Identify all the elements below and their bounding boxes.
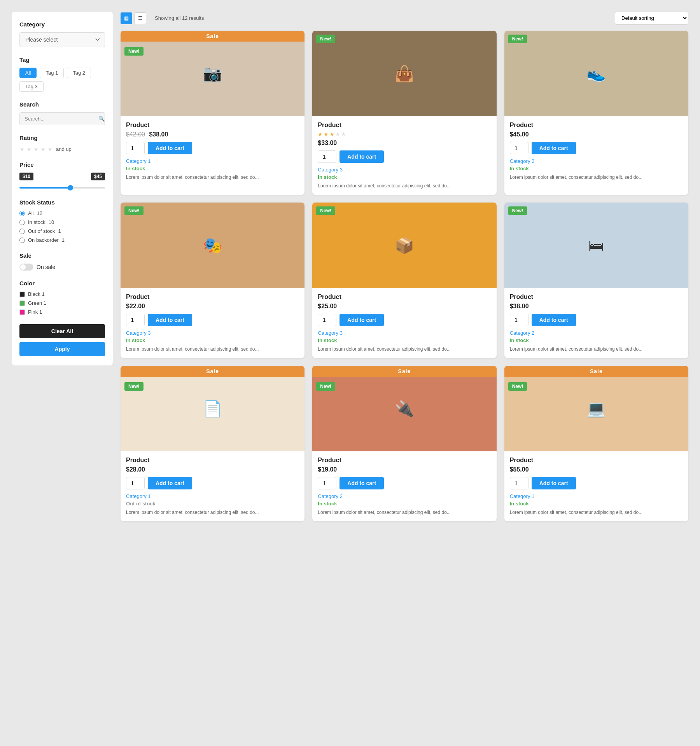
add-to-cart-button-2[interactable]: Add to cart (340, 150, 384, 163)
stock-instock-count: 10 (49, 219, 54, 225)
stock-all-option[interactable]: All 12 (19, 210, 105, 216)
product-category-4[interactable]: Category 3 (126, 330, 299, 336)
product-stock-6: In stock (510, 337, 683, 343)
product-stock-3: In stock (510, 166, 683, 171)
price-section: Price $10 $45 (19, 161, 105, 190)
category-section: Category Please select (19, 21, 105, 47)
product-desc-7: Lorem ipsum dolor sit amet, consectetur … (126, 509, 299, 516)
qty-input-2[interactable] (318, 150, 336, 163)
color-black-label: Black 1 (28, 291, 45, 297)
qty-input-8[interactable] (318, 477, 336, 489)
qty-input-6[interactable] (510, 314, 528, 326)
stock-backorder-count: 1 (62, 237, 65, 243)
stock-backorder-option[interactable]: On backorder 1 (19, 237, 105, 243)
clear-all-button[interactable]: Clear All (19, 324, 105, 338)
main-header: ▦ ☰ Showing all 12 results Default sorti… (121, 12, 688, 24)
add-to-cart-button-9[interactable]: Add to cart (532, 477, 576, 489)
qty-input-3[interactable] (510, 142, 528, 154)
qty-input-7[interactable] (126, 477, 145, 489)
product-price-1: $42.00 $38.00 (126, 131, 299, 138)
tag-all-button[interactable]: All (19, 68, 37, 78)
product-name-6: Product (510, 294, 683, 300)
apply-button[interactable]: Apply (19, 342, 105, 356)
stock-outofstock-radio[interactable] (19, 229, 25, 234)
stock-all-label: All (28, 210, 33, 216)
price-range-slider[interactable] (19, 187, 105, 189)
add-to-cart-row-2: Add to cart (318, 150, 491, 163)
header-left: ▦ ☰ Showing all 12 results (121, 12, 204, 24)
qty-input-5[interactable] (318, 314, 336, 326)
grid-view-button[interactable]: ▦ (121, 12, 132, 24)
color-green-item[interactable]: Green 1 (19, 300, 105, 306)
results-count: Showing all 12 results (155, 15, 204, 21)
tag-1-button[interactable]: Tag 1 (40, 68, 64, 78)
product-category-3[interactable]: Category 2 (510, 158, 683, 164)
product-image-5: New! 📦 (312, 203, 496, 288)
product-image-1: Sale New! 📷 (121, 31, 304, 116)
stock-all-radio[interactable] (19, 211, 25, 216)
color-pink-item[interactable]: Pink 1 (19, 309, 105, 315)
rating-suffix: and up (56, 146, 72, 152)
product-name-4: Product (126, 294, 299, 300)
stock-instock-label: In stock (28, 219, 46, 225)
search-input[interactable] (20, 113, 94, 125)
product-category-2[interactable]: Category 3 (318, 167, 491, 173)
product-category-7[interactable]: Category 1 (126, 493, 299, 499)
tag-3-button[interactable]: Tag 3 (19, 81, 44, 92)
product-photo-7: 📄 (121, 366, 304, 451)
product-body-2: Product ★ ★ ★ ★ ★ $33.00 Add to cart Cat… (312, 116, 496, 195)
product-desc-8: Lorem ipsum dolor sit amet, consectetur … (318, 509, 491, 516)
product-price-7: $28.00 (126, 466, 299, 473)
category-select[interactable]: Please select (19, 32, 105, 47)
add-to-cart-button-1[interactable]: Add to cart (148, 142, 192, 154)
add-to-cart-button-5[interactable]: Add to cart (340, 314, 384, 326)
product-photo-6: 🛏 (504, 203, 688, 288)
product-category-9[interactable]: Category 1 (510, 493, 683, 499)
add-to-cart-button-4[interactable]: Add to cart (148, 314, 192, 326)
sale-toggle[interactable] (19, 264, 33, 271)
product-card-1: Sale New! 📷 Product $42.00 $38.00 Add to… (121, 31, 304, 195)
tag-2-button[interactable]: Tag 2 (67, 68, 91, 78)
product-price-2: $33.00 (318, 140, 491, 147)
product-category-6[interactable]: Category 2 (510, 330, 683, 336)
product-category-8[interactable]: Category 2 (318, 493, 491, 499)
add-to-cart-button-7[interactable]: Add to cart (148, 477, 192, 489)
product-image-3: New! 👟 (504, 31, 688, 116)
product-category-1[interactable]: Category 1 (126, 158, 299, 164)
grid-icon: ▦ (124, 15, 129, 21)
stock-outofstock-option[interactable]: Out of stock 1 (19, 228, 105, 234)
product-body-4: Product $22.00 Add to cart Category 3 In… (121, 288, 304, 358)
add-to-cart-button-6[interactable]: Add to cart (532, 314, 576, 326)
product-name-1: Product (126, 122, 299, 129)
qty-input-1[interactable] (126, 142, 145, 154)
product-grid: Sale New! 📷 Product $42.00 $38.00 Add to… (121, 31, 688, 521)
add-to-cart-button-8[interactable]: Add to cart (340, 477, 384, 489)
add-to-cart-row-5: Add to cart (318, 314, 491, 326)
product-stock-1: In stock (126, 166, 299, 171)
product-price-9: $55.00 (510, 466, 683, 473)
stock-instock-option[interactable]: In stock 10 (19, 219, 105, 225)
product-stars-2: ★ ★ ★ ★ ★ (318, 131, 491, 137)
qty-input-4[interactable] (126, 314, 145, 326)
color-green-label: Green 1 (28, 300, 46, 306)
sale-section: Sale On sale (19, 252, 105, 271)
product-card-8: Sale New! 🔌 Product $19.00 Add to cart C… (312, 366, 496, 521)
price-title: Price (19, 161, 105, 168)
list-view-button[interactable]: ☰ (135, 12, 146, 24)
search-icon-button[interactable]: 🔍 (94, 113, 105, 125)
color-black-swatch (19, 292, 25, 297)
product-price-6: $38.00 (510, 303, 683, 310)
rating-stars[interactable]: ★ ★ ★ ★ ★ (19, 146, 54, 152)
stock-backorder-radio[interactable] (19, 238, 25, 243)
product-image-4: New! 🎭 (121, 203, 304, 288)
price-range: $10 $45 (19, 173, 105, 180)
stock-instock-radio[interactable] (19, 220, 25, 225)
product-image-7: Sale New! 📄 (121, 366, 304, 451)
color-black-item[interactable]: Black 1 (19, 291, 105, 297)
sort-select[interactable]: Default sorting Sort by popularity Sort … (615, 12, 688, 24)
qty-input-9[interactable] (510, 477, 528, 489)
stock-outofstock-count: 1 (58, 228, 61, 234)
product-category-5[interactable]: Category 3 (318, 330, 491, 336)
product-body-9: Product $55.00 Add to cart Category 1 In… (504, 451, 688, 521)
add-to-cart-button-3[interactable]: Add to cart (532, 142, 576, 154)
